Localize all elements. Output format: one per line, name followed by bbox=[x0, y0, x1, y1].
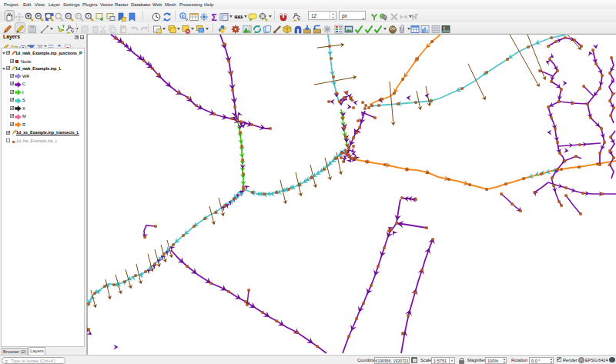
svg-text:i: i bbox=[182, 13, 184, 18]
svg-text:Σ: Σ bbox=[211, 12, 216, 22]
